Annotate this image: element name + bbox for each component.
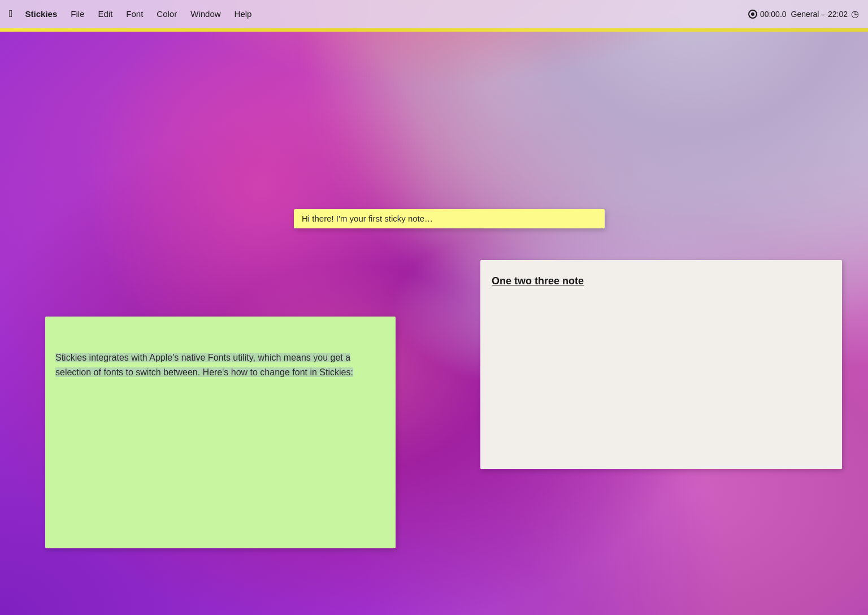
sticky-note-yellow[interactable]: Hi there! I'm your first sticky note… xyxy=(294,209,605,228)
menubar-right: 00:00.0 General – 22:02 ◷ xyxy=(748,8,859,19)
menubar:  Stickies File Edit Font Color Window H… xyxy=(0,0,868,28)
clock-icon: ◷ xyxy=(851,8,859,19)
sticky-note-white[interactable]: One two three note xyxy=(480,260,842,469)
clock-label: General – 22:02 xyxy=(791,10,848,19)
file-menu[interactable]: File xyxy=(65,7,90,21)
menubar-clock: General – 22:02 ◷ xyxy=(791,8,859,19)
app-name[interactable]: Stickies xyxy=(20,7,63,21)
record-indicator: 00:00.0 xyxy=(748,10,787,19)
sticky-white-title: One two three note xyxy=(492,274,831,289)
accent-bar xyxy=(0,28,868,32)
sticky-green-text: Stickies integrates with Apple's native … xyxy=(55,353,353,377)
sticky-note-green[interactable]: Stickies integrates with Apple's native … xyxy=(45,317,396,548)
font-menu[interactable]: Font xyxy=(120,7,149,21)
help-menu[interactable]: Help xyxy=(229,7,258,21)
edit-menu[interactable]: Edit xyxy=(92,7,118,21)
color-menu[interactable]: Color xyxy=(151,7,183,21)
record-icon xyxy=(748,10,757,19)
apple-menu[interactable]:  xyxy=(9,8,13,20)
menubar-left:  Stickies File Edit Font Color Window H… xyxy=(9,7,748,21)
window-menu[interactable]: Window xyxy=(185,7,226,21)
sticky-green-selected-text: Stickies integrates with Apple's native … xyxy=(55,353,353,377)
record-timer: 00:00.0 xyxy=(760,10,787,19)
sticky-yellow-text: Hi there! I'm your first sticky note… xyxy=(302,213,433,226)
